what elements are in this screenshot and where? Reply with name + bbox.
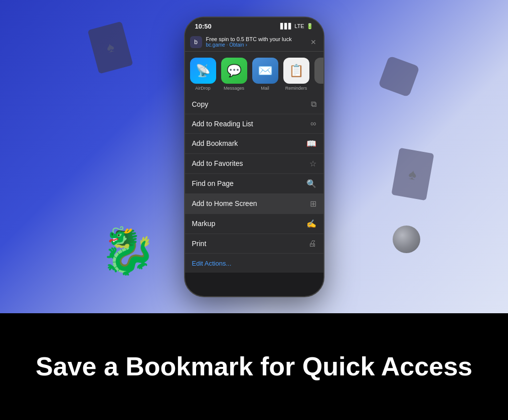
- caption-text: Save a Bookmark for Quick Access: [36, 351, 472, 382]
- browser-page-title: Free spin to 0.5 BTC with your luck: [206, 36, 304, 42]
- share-icon-airdrop[interactable]: 📡 AirDrop: [190, 58, 216, 91]
- phone-notch: [229, 18, 279, 29]
- more-icon: ···: [314, 58, 323, 84]
- mail-icon: ✉️: [252, 58, 278, 84]
- edit-actions-link[interactable]: Edit Actions...: [192, 260, 232, 267]
- bg-dice: [378, 56, 420, 97]
- menu-item-find[interactable]: Find on Page 🔍: [185, 174, 323, 194]
- signal-icon: ▋▋▋: [280, 23, 292, 30]
- battery-icon: 🔋: [306, 23, 313, 30]
- find-icon: 🔍: [306, 179, 316, 188]
- menu-item-markup[interactable]: Markup ✍: [185, 214, 323, 234]
- reading-list-label: Add to Reading List: [192, 120, 253, 128]
- bg-card-left: [88, 21, 133, 74]
- messages-label: Messages: [224, 86, 244, 91]
- browser-url-area: Free spin to 0.5 BTC with your luck bc.g…: [206, 36, 304, 48]
- print-icon: 🖨: [308, 239, 316, 248]
- browser-bar: b Free spin to 0.5 BTC with your luck bc…: [185, 33, 323, 52]
- caption-bar: Save a Bookmark for Quick Access: [0, 313, 508, 420]
- edit-actions-area[interactable]: Edit Actions...: [185, 254, 323, 273]
- home-screen-icon: ⊞: [310, 199, 316, 208]
- reminders-icon: 📋: [283, 58, 309, 84]
- menu-item-favorites[interactable]: Add to Favorites ☆: [185, 154, 323, 174]
- bg-ball: [393, 226, 420, 253]
- find-label: Find on Page: [192, 179, 234, 187]
- menu-item-copy[interactable]: Copy ⧉: [185, 95, 323, 114]
- mail-label: Mail: [261, 86, 269, 91]
- favorites-label: Add to Favorites: [192, 159, 243, 167]
- menu-item-bookmark[interactable]: Add Bookmark 📖: [185, 134, 323, 154]
- share-icons-row: 📡 AirDrop 💬 Messages ✉️ Mail: [185, 52, 323, 95]
- share-menu: Copy ⧉ Add to Reading List ∞ Add Bookmar…: [185, 95, 323, 273]
- share-icon-reminders[interactable]: 📋 Reminders: [283, 58, 309, 91]
- airdrop-icon: 📡: [190, 58, 216, 84]
- status-icons: ▋▋▋ LTE 🔋: [280, 23, 313, 30]
- phone-mockup: 10:50 ▋▋▋ LTE 🔋 b Free spin to 0.5 BTC w…: [184, 17, 324, 297]
- phone-screen: 10:50 ▋▋▋ LTE 🔋 b Free spin to 0.5 BTC w…: [185, 18, 323, 296]
- share-icon-more[interactable]: ···: [314, 58, 323, 86]
- reminders-label: Reminders: [285, 86, 307, 91]
- copy-icon: ⧉: [311, 100, 316, 109]
- copy-label: Copy: [192, 100, 209, 108]
- bookmark-label: Add Bookmark: [192, 139, 238, 147]
- browser-logo: b: [190, 36, 202, 48]
- bg-card-right: [391, 148, 434, 201]
- favorites-icon: ☆: [309, 159, 316, 168]
- markup-icon: ✍: [306, 219, 316, 229]
- status-time: 10:50: [195, 23, 212, 30]
- browser-close-button[interactable]: ✕: [308, 37, 318, 47]
- reading-list-icon: ∞: [310, 119, 316, 128]
- share-icon-mail[interactable]: ✉️ Mail: [252, 58, 278, 91]
- lte-badge: LTE: [294, 23, 304, 29]
- home-screen-label: Add to Home Screen: [192, 199, 257, 207]
- dragon-character: 🐉: [98, 218, 158, 283]
- browser-domain: bc.game · Obtain ›: [206, 42, 304, 48]
- messages-icon: 💬: [221, 58, 247, 84]
- bookmark-icon: 📖: [306, 139, 316, 148]
- print-label: Print: [192, 240, 207, 248]
- menu-item-reading-list[interactable]: Add to Reading List ∞: [185, 114, 323, 134]
- share-icon-messages[interactable]: 💬 Messages: [221, 58, 247, 91]
- main-area: 🐉 10:50 ▋▋▋ LTE 🔋 b Free spin to 0.5 B: [0, 0, 508, 313]
- markup-label: Markup: [192, 220, 216, 228]
- menu-item-print[interactable]: Print 🖨: [185, 234, 323, 254]
- menu-item-home-screen[interactable]: Add to Home Screen ⊞: [185, 194, 323, 214]
- airdrop-label: AirDrop: [195, 86, 211, 91]
